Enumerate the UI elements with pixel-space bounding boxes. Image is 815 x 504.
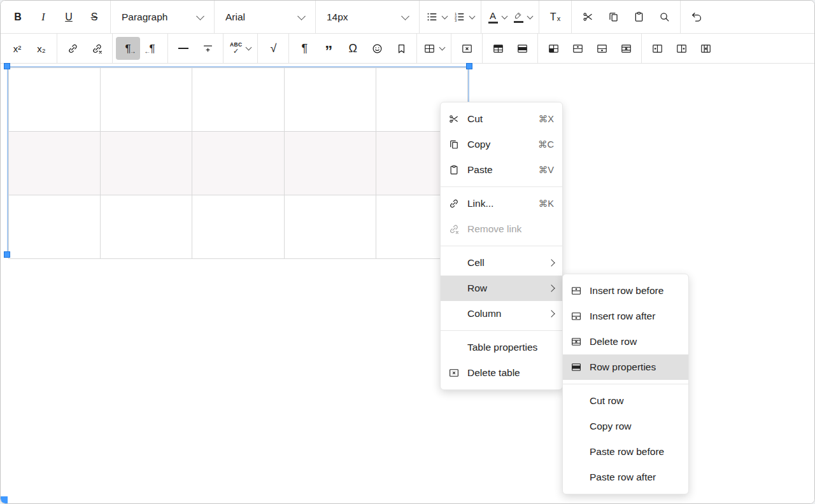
row-properties-button[interactable] <box>510 37 534 60</box>
menu-item-cell[interactable]: Cell <box>441 250 562 276</box>
font-size-dropdown[interactable]: 14px <box>319 5 416 29</box>
bullet-list-button[interactable] <box>423 5 450 29</box>
strikethrough-button[interactable]: S <box>82 5 107 29</box>
undo-button[interactable] <box>684 5 709 29</box>
menu-item-remove-link[interactable]: Remove link <box>441 216 562 242</box>
selected-table[interactable] <box>7 66 469 255</box>
paragraph-mark-button[interactable]: ¶ <box>292 37 316 60</box>
editor-content[interactable]: Cut ⌘X Copy ⌘C Paste ⌘V Link... ⌘K <box>1 64 814 503</box>
block-format-dropdown[interactable]: Paragraph <box>114 5 211 29</box>
right-to-left-button[interactable]: ¶ ← <box>140 37 164 60</box>
submenu-item-insert-row-after[interactable]: Insert row after <box>563 304 688 329</box>
clear-formatting-button[interactable]: T x <box>542 5 568 29</box>
insert-column-before-icon <box>651 43 663 55</box>
font-family-dropdown[interactable]: Arial <box>218 5 312 29</box>
menu-label: Insert row before <box>590 285 680 297</box>
highlight-color-button[interactable] <box>510 5 535 29</box>
menu-item-delete-table[interactable]: Delete table <box>441 360 562 386</box>
copy-button[interactable] <box>600 5 626 29</box>
table-cell[interactable] <box>284 68 376 132</box>
submenu-item-paste-row-after[interactable]: Paste row after <box>563 465 688 490</box>
toolbar-separator <box>112 34 113 63</box>
table-cell[interactable] <box>284 132 376 195</box>
square-root-button[interactable]: √ <box>261 37 285 60</box>
insert-row-after-button[interactable] <box>590 37 614 60</box>
toolbar-separator <box>214 1 215 33</box>
table-cell[interactable] <box>9 132 101 195</box>
blockquote-button[interactable]: ” <box>316 37 341 60</box>
submenu-item-row-properties[interactable]: Row properties <box>563 354 688 380</box>
editor-table[interactable] <box>8 67 468 259</box>
toolbar-separator <box>110 1 111 33</box>
italic-button[interactable]: I <box>31 5 56 29</box>
left-to-right-button[interactable]: ¶ → <box>116 37 140 60</box>
table-cell[interactable] <box>192 132 284 195</box>
submenu-item-copy-row[interactable]: Copy row <box>563 414 688 439</box>
horizontal-rule-button[interactable] <box>171 37 195 60</box>
table-properties-icon <box>492 43 504 55</box>
chevron-down-icon <box>442 13 448 19</box>
table-resize-handle-bottom-left[interactable] <box>4 251 10 258</box>
subscript-button[interactable]: x₂ <box>29 37 53 60</box>
table-cell[interactable] <box>101 195 192 259</box>
special-character-button[interactable]: Ω <box>341 37 365 60</box>
submenu-item-delete-row[interactable]: Delete row <box>563 329 688 354</box>
superscript-button[interactable]: x² <box>5 37 29 60</box>
table-cell[interactable] <box>192 195 284 259</box>
table-cell[interactable] <box>101 132 192 195</box>
table-cell[interactable] <box>9 68 101 132</box>
underline-button[interactable]: U <box>56 5 82 29</box>
menu-item-link[interactable]: Link... ⌘K <box>441 191 562 216</box>
insert-link-button[interactable] <box>60 37 85 60</box>
spellcheck-button[interactable]: ABC ✓ <box>227 37 254 60</box>
menu-label: Cell <box>467 257 549 269</box>
anchor-button[interactable] <box>389 37 413 60</box>
chevron-down-icon <box>196 12 204 20</box>
table-cell[interactable] <box>9 195 101 259</box>
delete-column-button[interactable] <box>693 37 718 60</box>
toolbar-row-2: x² x₂ ¶ → ¶ ← <box>1 34 814 64</box>
menu-label: Link... <box>467 198 530 209</box>
link-icon <box>448 198 467 209</box>
submenu-item-insert-row-before[interactable]: Insert row before <box>563 278 688 304</box>
table-cell[interactable] <box>284 195 376 259</box>
row-submenu: Insert row before Insert row after Delet… <box>562 274 689 494</box>
bold-button[interactable]: B <box>5 5 31 29</box>
cut-button[interactable] <box>575 5 600 29</box>
insert-column-before-button[interactable] <box>645 37 669 60</box>
insert-row-before-button[interactable] <box>565 37 590 60</box>
text-color-button[interactable]: A <box>485 5 510 29</box>
insert-column-after-button[interactable] <box>669 37 693 60</box>
cell-properties-button[interactable] <box>541 37 565 60</box>
search-button[interactable] <box>651 5 677 29</box>
table-resize-handle-top-left[interactable] <box>4 63 10 69</box>
table-properties-button[interactable] <box>486 37 510 60</box>
table-cell[interactable] <box>101 68 192 132</box>
toolbar-separator <box>257 34 258 63</box>
menu-item-row[interactable]: Row <box>441 276 562 301</box>
emoticon-button[interactable] <box>365 37 389 60</box>
table-cell[interactable] <box>192 68 284 132</box>
chevron-right-icon <box>548 310 555 317</box>
paste-button[interactable] <box>626 5 651 29</box>
delete-row-button[interactable] <box>614 37 638 60</box>
menu-item-paste[interactable]: Paste ⌘V <box>441 157 562 183</box>
submenu-item-cut-row[interactable]: Cut row <box>563 388 688 414</box>
insert-table-button[interactable] <box>420 37 448 60</box>
table-resize-handle-top-right[interactable] <box>466 63 472 69</box>
menu-item-copy[interactable]: Copy ⌘C <box>441 132 562 157</box>
toolbar-separator <box>57 34 57 63</box>
toolbar-separator <box>537 34 538 63</box>
remove-link-button[interactable] <box>85 37 109 60</box>
menu-item-table-properties[interactable]: Table properties <box>441 335 562 360</box>
row-properties-icon <box>570 361 590 373</box>
numbered-list-button[interactable]: 1 2 3 <box>450 5 478 29</box>
delete-table-button[interactable] <box>455 37 479 60</box>
font-size-value: 14px <box>327 11 396 23</box>
menu-item-column[interactable]: Column <box>441 301 562 326</box>
chevron-down-icon <box>527 13 534 19</box>
submenu-item-paste-row-before[interactable]: Paste row before <box>563 439 688 465</box>
menu-label: Cut <box>467 113 530 125</box>
menu-item-cut[interactable]: Cut ⌘X <box>441 106 562 132</box>
page-break-button[interactable] <box>195 37 220 60</box>
